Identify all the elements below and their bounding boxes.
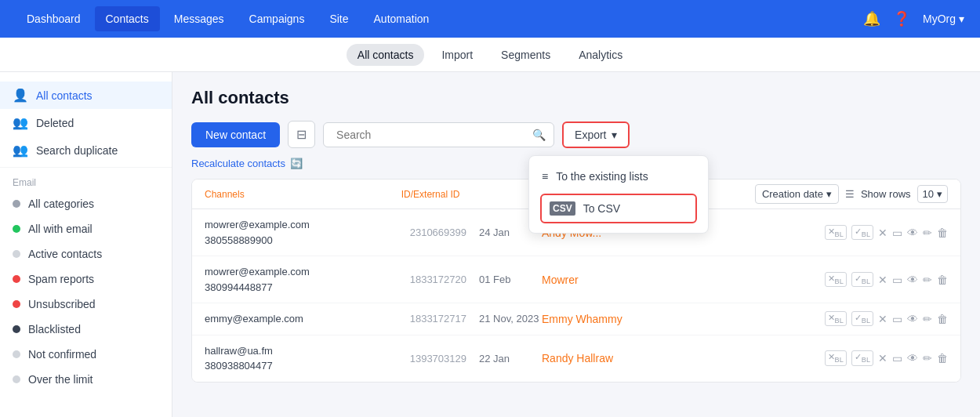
subnav-analytics[interactable]: Analytics bbox=[568, 44, 633, 66]
page-title: All contacts bbox=[191, 88, 961, 108]
edit-icon[interactable]: ✏ bbox=[923, 274, 932, 286]
blacklist-icon[interactable]: ✕BL bbox=[825, 311, 847, 326]
rows-chevron: ▾ bbox=[937, 188, 942, 200]
add-to-list-icon[interactable]: ▭ bbox=[892, 274, 902, 286]
sidebar-item-deleted[interactable]: 👥 Deleted bbox=[0, 109, 172, 136]
blacklisted-dot bbox=[13, 325, 20, 333]
sidebar-item-all-categories[interactable]: All categories bbox=[0, 191, 172, 216]
col-actions: ✕BL ✓BL ✕ ▭ 👁 ✏ 🗑 bbox=[825, 272, 948, 287]
sidebar-item-all-with-email[interactable]: All with email bbox=[0, 216, 172, 241]
col-actions: ✕BL ✓BL ✕ ▭ 👁 ✏ 🗑 bbox=[825, 311, 948, 326]
col-channels: hallraw@ua.fm 380938804477 bbox=[205, 343, 377, 374]
unblacklist-icon[interactable]: ✓BL bbox=[851, 272, 873, 287]
rows-value: 10 bbox=[923, 188, 934, 200]
sidebar-label-all-categories: All categories bbox=[28, 198, 94, 210]
sidebar-label-all-contacts: All contacts bbox=[36, 89, 93, 102]
delete-icon[interactable]: 🗑 bbox=[937, 313, 948, 325]
edit-icon[interactable]: ✏ bbox=[923, 227, 932, 239]
new-contact-button[interactable]: New contact bbox=[191, 122, 280, 147]
sidebar-label-all-with-email: All with email bbox=[28, 223, 93, 235]
sidebar-label-over-the-limit: Over the limit bbox=[28, 373, 93, 386]
nav-site[interactable]: Site bbox=[318, 6, 359, 31]
col-channels: emmy@example.com bbox=[205, 311, 377, 327]
help-icon[interactable]: ❓ bbox=[893, 10, 910, 27]
sidebar-label-not-confirmed: Not confirmed bbox=[28, 348, 96, 361]
org-selector[interactable]: MyOrg ▾ bbox=[923, 13, 964, 25]
sidebar-item-over-the-limit[interactable]: Over the limit bbox=[0, 367, 172, 392]
contact-email: mowrer@example.com bbox=[205, 217, 377, 233]
edit-icon[interactable]: ✏ bbox=[923, 352, 932, 364]
blacklist-icon[interactable]: ✕BL bbox=[825, 225, 847, 240]
delete-icon[interactable]: 🗑 bbox=[937, 227, 948, 239]
blacklist-icon[interactable]: ✕BL bbox=[825, 272, 847, 287]
unsubscribe-icon[interactable]: ✕ bbox=[878, 274, 887, 286]
sidebar-label-blacklisted: Blacklisted bbox=[28, 323, 81, 335]
col-actions: ✕BL ✓BL ✕ ▭ 👁 ✏ 🗑 bbox=[825, 225, 948, 240]
unsubscribe-icon[interactable]: ✕ bbox=[878, 313, 887, 325]
sidebar-item-spam-reports[interactable]: Spam reports bbox=[0, 267, 172, 292]
sidebar-label-active-contacts: Active contacts bbox=[28, 248, 102, 260]
org-name: MyOrg bbox=[923, 13, 956, 25]
add-to-list-icon[interactable]: ▭ bbox=[892, 227, 902, 239]
subnav-segments[interactable]: Segments bbox=[490, 44, 561, 66]
col-header-id: ID/External ID bbox=[401, 189, 460, 200]
search-input[interactable] bbox=[332, 123, 532, 147]
col-update: 21 Nov, 2023 bbox=[479, 313, 542, 325]
nav-links: Dashboard Contacts Messages Campaigns Si… bbox=[16, 6, 440, 31]
view-icon[interactable]: 👁 bbox=[907, 274, 918, 286]
export-dropdown: ≡ To the existing lists CSV To CSV bbox=[528, 155, 709, 234]
sidebar-item-search-duplicate[interactable]: 👥 Search duplicate bbox=[0, 136, 172, 164]
blacklist-icon[interactable]: ✕BL bbox=[825, 350, 847, 365]
list-icon: ≡ bbox=[542, 170, 548, 183]
delete-icon[interactable]: 🗑 bbox=[937, 352, 948, 364]
export-button[interactable]: Export ▾ bbox=[562, 121, 629, 148]
filter-button[interactable]: ⊟ bbox=[288, 121, 315, 148]
contact-email: mowrer@example.com bbox=[205, 264, 377, 280]
search-duplicate-icon: 👥 bbox=[13, 143, 28, 158]
sidebar-item-all-contacts[interactable]: 👤 All contacts bbox=[0, 82, 172, 109]
nav-dashboard[interactable]: Dashboard bbox=[16, 6, 92, 31]
col-name: Mowrer bbox=[542, 274, 825, 286]
nav-messages[interactable]: Messages bbox=[163, 6, 235, 31]
view-icon[interactable]: 👁 bbox=[907, 313, 918, 325]
all-categories-dot bbox=[13, 200, 20, 208]
unblacklist-icon[interactable]: ✓BL bbox=[851, 350, 873, 365]
dropdown-item-existing-lists[interactable]: ≡ To the existing lists bbox=[529, 162, 708, 190]
nav-campaigns[interactable]: Campaigns bbox=[238, 6, 316, 31]
nav-contacts[interactable]: Contacts bbox=[95, 6, 160, 31]
columns-icon[interactable]: ☰ bbox=[845, 188, 855, 200]
unsubscribe-icon[interactable]: ✕ bbox=[878, 352, 887, 364]
edit-icon[interactable]: ✏ bbox=[923, 313, 932, 325]
subnav-import[interactable]: Import bbox=[430, 44, 484, 66]
notifications-icon[interactable]: 🔔 bbox=[863, 10, 880, 27]
filter-icon: ⊟ bbox=[296, 128, 307, 141]
table-row: emmy@example.com 1833172717 21 Nov, 2023… bbox=[192, 303, 960, 335]
sidebar-item-unsubscribed[interactable]: Unsubscribed bbox=[0, 292, 172, 317]
view-icon[interactable]: 👁 bbox=[907, 352, 918, 364]
sidebar-item-not-confirmed[interactable]: Not confirmed bbox=[0, 342, 172, 367]
add-to-list-icon[interactable]: ▭ bbox=[892, 313, 902, 325]
unsubscribe-icon[interactable]: ✕ bbox=[878, 227, 887, 239]
dropdown-item-csv[interactable]: CSV To CSV bbox=[540, 194, 697, 223]
col-header-channels: Channels bbox=[205, 189, 245, 200]
unblacklist-icon[interactable]: ✓BL bbox=[851, 311, 873, 326]
sidebar-section-email: Email bbox=[0, 171, 172, 191]
creation-date-button[interactable]: Creation date ▾ bbox=[755, 184, 839, 204]
top-navigation: Dashboard Contacts Messages Campaigns Si… bbox=[0, 0, 980, 38]
rows-select[interactable]: 10 ▾ bbox=[917, 185, 948, 203]
nav-automation[interactable]: Automation bbox=[363, 6, 441, 31]
add-to-list-icon[interactable]: ▭ bbox=[892, 352, 902, 364]
recalculate-label: Recalculate contacts bbox=[191, 158, 285, 169]
table-row: mowrer@example.com 380994448877 18331727… bbox=[192, 256, 960, 303]
unblacklist-icon[interactable]: ✓BL bbox=[851, 225, 873, 240]
subnav-all-contacts[interactable]: All contacts bbox=[347, 44, 425, 66]
col-id: 1833172717 bbox=[377, 313, 479, 325]
col-update: 01 Feb bbox=[479, 274, 542, 285]
sidebar-label-unsubscribed: Unsubscribed bbox=[28, 298, 96, 310]
chevron-down-icon: ▾ bbox=[959, 13, 964, 25]
delete-icon[interactable]: 🗑 bbox=[937, 274, 948, 286]
sidebar-item-blacklisted[interactable]: Blacklisted bbox=[0, 317, 172, 342]
dropdown-label-csv: To CSV bbox=[583, 202, 620, 215]
sidebar-item-active-contacts[interactable]: Active contacts bbox=[0, 241, 172, 267]
view-icon[interactable]: 👁 bbox=[907, 227, 918, 239]
